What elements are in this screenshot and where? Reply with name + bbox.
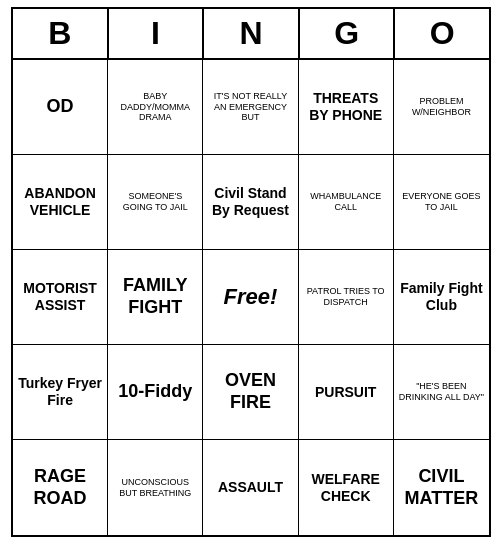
bingo-cell-9: EVERYONE GOES TO JAIL [394, 155, 489, 250]
bingo-header: BINGO [13, 9, 489, 60]
bingo-cell-1: BABY DADDY/MOMMA DRAMA [108, 60, 203, 155]
bingo-cell-11: FAMILY FIGHT [108, 250, 203, 345]
bingo-card: BINGO ODBABY DADDY/MOMMA DRAMAIT'S NOT R… [11, 7, 491, 537]
bingo-cell-22: ASSAULT [203, 440, 298, 535]
bingo-cell-17: OVEN FIRE [203, 345, 298, 440]
bingo-cell-24: CIVIL MATTER [394, 440, 489, 535]
bingo-cell-3: THREATS BY PHONE [299, 60, 394, 155]
bingo-cell-20: RAGE ROAD [13, 440, 108, 535]
header-letter-B: B [13, 9, 109, 58]
bingo-cell-6: SOMEONE'S GOING TO JAIL [108, 155, 203, 250]
bingo-cell-10: MOTORIST ASSIST [13, 250, 108, 345]
bingo-cell-4: PROBLEM W/NEIGHBOR [394, 60, 489, 155]
bingo-cell-0: OD [13, 60, 108, 155]
header-letter-G: G [300, 9, 396, 58]
bingo-cell-15: Turkey Fryer Fire [13, 345, 108, 440]
header-letter-I: I [109, 9, 205, 58]
bingo-cell-19: "HE'S BEEN DRINKING ALL DAY" [394, 345, 489, 440]
bingo-cell-16: 10-Fiddy [108, 345, 203, 440]
header-letter-O: O [395, 9, 489, 58]
bingo-cell-7: Civil Stand By Request [203, 155, 298, 250]
bingo-cell-13: PATROL TRIES TO DISPATCH [299, 250, 394, 345]
bingo-cell-8: WHAMBULANCE CALL [299, 155, 394, 250]
header-letter-N: N [204, 9, 300, 58]
bingo-cell-5: ABANDON VEHICLE [13, 155, 108, 250]
bingo-cell-18: PURSUIT [299, 345, 394, 440]
bingo-cell-12: Free! [203, 250, 298, 345]
bingo-cell-23: WELFARE CHECK [299, 440, 394, 535]
bingo-cell-21: UNCONSCIOUS BUT BREATHING [108, 440, 203, 535]
bingo-cell-14: Family Fight Club [394, 250, 489, 345]
bingo-cell-2: IT'S NOT REALLY AN EMERGENCY BUT [203, 60, 298, 155]
bingo-grid: ODBABY DADDY/MOMMA DRAMAIT'S NOT REALLY … [13, 60, 489, 535]
